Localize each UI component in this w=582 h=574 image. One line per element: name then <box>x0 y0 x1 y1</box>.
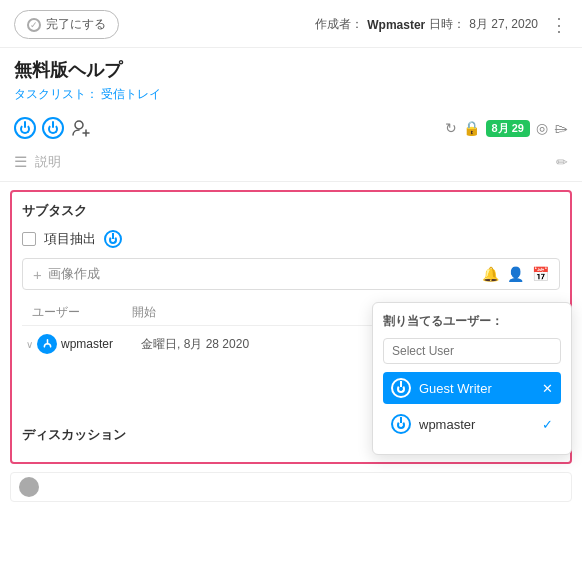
add-task-icons: 🔔 👤 📅 <box>482 266 549 282</box>
link-icon[interactable]: ⌲ <box>554 120 568 136</box>
guest-writer-arc <box>397 385 405 393</box>
add-user-icon[interactable] <box>70 117 92 139</box>
check-icon: ✓ <box>27 18 41 32</box>
subtask-section: サブタスク 項目抽出 + 画像作成 🔔 👤 📅 ユーザー 開始 ∨ <box>10 190 572 464</box>
breadcrumb-prefix: タスクリスト： <box>14 87 98 101</box>
power-arc-1 <box>20 124 30 134</box>
power-sm-icon[interactable] <box>104 230 122 248</box>
task-username: wpmaster <box>61 337 141 351</box>
plus-icon: + <box>33 266 42 283</box>
check-mark-icon: ✓ <box>542 417 553 432</box>
meta-info: 作成者： Wpmaster 日時： 8月 27, 2020 ⋮ <box>315 14 568 36</box>
wpmaster-arc <box>397 421 405 429</box>
close-icon[interactable]: ✕ <box>542 381 553 396</box>
description-placeholder[interactable]: 説明 <box>35 153 61 171</box>
lines-icon: ☰ <box>14 153 27 171</box>
add-task-placeholder: 画像作成 <box>48 265 100 283</box>
bottom-avatar <box>19 477 39 497</box>
assign-search-input[interactable] <box>383 338 561 364</box>
user-avatar <box>37 334 57 354</box>
description-row: ☰ 説明 ✏ <box>0 147 582 182</box>
bottom-content-area <box>10 472 572 502</box>
user-option-wpmaster[interactable]: wpmaster ✓ <box>383 408 561 440</box>
assign-user-popup: 割り当てるユーザー： Guest Writer ✕ wpmaster ✓ <box>372 302 572 455</box>
svg-point-0 <box>75 121 83 129</box>
meta-date: 8月 27, 2020 <box>469 16 538 33</box>
alarm-icon[interactable]: 🔔 <box>482 266 499 282</box>
date-badge[interactable]: 8月 29 <box>486 120 530 137</box>
complete-button[interactable]: ✓ 完了にする <box>14 10 119 39</box>
expand-icon[interactable]: ∨ <box>26 339 33 350</box>
guest-writer-icon <box>391 378 411 398</box>
power-arc-2 <box>48 124 58 134</box>
toolbar-row: ↻ 🔒 8月 29 ◎ ⌲ <box>0 111 582 147</box>
refresh-icon[interactable]: ↻ <box>445 120 457 136</box>
more-icon[interactable]: ⋮ <box>550 14 568 36</box>
meta-date-prefix: 日時： <box>429 16 465 33</box>
col-header-user: ユーザー <box>32 304 132 321</box>
top-bar: ✓ 完了にする 作成者： Wpmaster 日時： 8月 27, 2020 ⋮ <box>0 0 582 48</box>
add-task-left: + 画像作成 <box>33 265 100 283</box>
subtask-checkbox-1[interactable] <box>22 232 36 246</box>
user-option-guest-writer[interactable]: Guest Writer ✕ <box>383 372 561 404</box>
tag-icon[interactable]: ◎ <box>536 120 548 136</box>
assign-popup-title: 割り当てるユーザー： <box>383 313 561 330</box>
toolbar-right: ↻ 🔒 8月 29 ◎ ⌲ <box>445 120 568 137</box>
task-date: 金曜日, 8月 28 2020 <box>141 336 271 353</box>
toolbar-left <box>14 117 92 139</box>
add-task-row[interactable]: + 画像作成 🔔 👤 📅 <box>22 258 560 290</box>
complete-label: 完了にする <box>46 16 106 33</box>
power-sm-arc <box>109 236 117 244</box>
col-header-start: 開始 <box>132 304 252 321</box>
calendar-icon[interactable]: 📅 <box>532 266 549 282</box>
edit-icon[interactable]: ✏ <box>556 154 568 170</box>
power-icon-2[interactable] <box>42 117 64 139</box>
wpmaster-icon <box>391 414 411 434</box>
meta-prefix: 作成者： <box>315 16 363 33</box>
person-icon[interactable]: 👤 <box>507 266 524 282</box>
breadcrumb-link[interactable]: 受信トレイ <box>101 87 161 101</box>
power-icon-1[interactable] <box>14 117 36 139</box>
breadcrumb: タスクリスト： 受信トレイ <box>0 84 582 111</box>
author-name: Wpmaster <box>367 18 425 32</box>
guest-writer-name: Guest Writer <box>419 381 534 396</box>
subtask-item-row-1: 項目抽出 <box>22 230 560 248</box>
page-title: 無料版ヘルプ <box>0 48 582 84</box>
subtask-item-label-1: 項目抽出 <box>44 230 96 248</box>
lock-icon[interactable]: 🔒 <box>463 120 480 136</box>
wpmaster-name: wpmaster <box>419 417 534 432</box>
subtask-section-title: サブタスク <box>22 202 560 220</box>
